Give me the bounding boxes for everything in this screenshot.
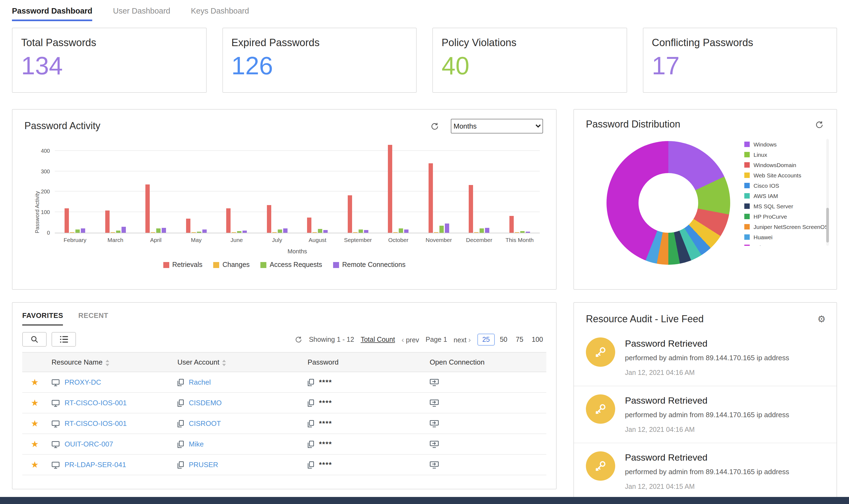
computer-icon — [52, 379, 60, 386]
audit-feed-item: Password Retrieved performed by admin fr… — [574, 386, 836, 443]
tab-keys-dashboard[interactable]: Keys Dashboard — [191, 6, 249, 21]
account-link[interactable]: Rachel — [189, 378, 211, 386]
favorite-star-icon[interactable]: ★ — [31, 460, 39, 469]
bar-remote-connections — [283, 228, 288, 233]
open-connection-icon[interactable] — [430, 462, 439, 469]
bar-access-requests — [116, 230, 121, 233]
refresh-icon[interactable] — [430, 122, 439, 130]
next-page-button[interactable]: next › — [453, 335, 471, 344]
bar-retrievals — [186, 218, 191, 233]
copy-icon[interactable] — [177, 420, 184, 428]
bar-access-requests — [237, 231, 242, 233]
account-link[interactable]: CISDEMO — [189, 398, 222, 407]
bar-changes — [192, 232, 196, 233]
bar-remote-connections — [485, 228, 490, 233]
period-select[interactable]: Months — [451, 119, 543, 133]
open-connection-icon[interactable] — [430, 441, 439, 448]
password-activity-panel: Password Activity Months Password Activi… — [12, 109, 557, 290]
bar-retrievals — [146, 184, 150, 233]
bar-remote-connections — [122, 227, 126, 233]
bar-changes — [151, 232, 156, 233]
x-tick-label: October — [378, 236, 418, 243]
open-connection-icon[interactable] — [430, 399, 439, 407]
refresh-icon[interactable] — [815, 120, 824, 129]
password-activity-title: Password Activity — [24, 121, 101, 132]
legend-swatch — [744, 183, 750, 188]
bar-changes — [394, 232, 398, 233]
favorite-star-icon[interactable]: ★ — [31, 439, 39, 449]
bar-remote-connections — [445, 223, 449, 233]
copy-icon[interactable] — [308, 379, 314, 386]
account-link[interactable]: CISROOT — [189, 419, 221, 427]
page-size-75[interactable]: 75 — [513, 334, 527, 345]
column-header-password: Password — [303, 353, 425, 372]
refresh-icon[interactable] — [295, 336, 303, 343]
tab-password-dashboard[interactable]: Password Dashboard — [12, 6, 92, 21]
open-connection-icon[interactable] — [430, 420, 439, 428]
tab-user-dashboard[interactable]: User Dashboard — [113, 6, 170, 21]
feed-description: performed by admin from 89.144.170.165 i… — [625, 354, 789, 362]
copy-icon[interactable] — [308, 399, 314, 407]
page-size-100[interactable]: 100 — [528, 334, 546, 345]
bar-group-october — [378, 145, 418, 233]
bar-remote-connections — [162, 228, 166, 233]
tab-favorites[interactable]: FAVORITES — [22, 311, 63, 325]
account-link[interactable]: PRUSER — [189, 460, 218, 468]
chevron-right-icon: › — [468, 335, 471, 344]
total-count-link[interactable]: Total Count — [361, 336, 395, 343]
copy-icon[interactable] — [308, 441, 314, 448]
bar-changes — [272, 232, 277, 233]
resource-link[interactable]: PROXY-DC — [65, 378, 101, 386]
audit-feed-item: Password Retrieved performed by admin fr… — [574, 329, 836, 386]
stat-value[interactable]: 134 — [21, 53, 197, 78]
key-icon — [594, 345, 608, 359]
copy-icon[interactable] — [177, 462, 184, 469]
favorite-star-icon[interactable]: ★ — [31, 419, 39, 428]
open-connection-icon[interactable] — [430, 379, 439, 386]
resource-row: ★ PR-LDAP-SER-041 PRUSER **** — [22, 454, 546, 475]
tab-recent[interactable]: RECENT — [78, 311, 108, 325]
bar-retrievals — [65, 208, 69, 233]
resource-row: ★ PROXY-DC Rachel **** — [22, 372, 546, 393]
legend-scrollbar[interactable] — [826, 208, 829, 242]
page: Password DashboardUser DashboardKeys Das… — [0, 0, 849, 504]
gear-icon[interactable]: ⚙ — [817, 315, 826, 324]
resource-link[interactable]: OUIT-ORC-007 — [65, 440, 113, 448]
footer-bar — [0, 497, 849, 504]
sort-icon[interactable] — [222, 359, 227, 366]
prev-page-button[interactable]: ‹ prev — [401, 335, 419, 344]
bar-remote-connections — [243, 231, 247, 233]
search-button[interactable] — [22, 332, 47, 347]
favorite-star-icon[interactable]: ★ — [31, 398, 39, 408]
legend-swatch — [260, 262, 266, 268]
copy-icon[interactable] — [177, 379, 184, 386]
column-header-resource-name[interactable]: Resource Name — [47, 353, 173, 372]
page-size-options: 25 50 75 100 — [477, 336, 546, 343]
copy-icon[interactable] — [177, 441, 184, 448]
list-view-button[interactable] — [52, 332, 76, 347]
resource-link[interactable]: PR-LDAP-SER-041 — [65, 461, 126, 469]
resource-link[interactable]: RT-CISCO-IOS-001 — [65, 419, 127, 428]
account-link[interactable]: Mike — [189, 440, 204, 448]
stat-value[interactable]: 126 — [231, 53, 408, 78]
column-header-open-connection: Open Connection — [425, 353, 546, 372]
stat-value[interactable]: 40 — [441, 53, 618, 78]
page-size-50[interactable]: 50 — [496, 334, 511, 345]
bar-changes — [474, 232, 479, 233]
bar-access-requests — [318, 229, 323, 233]
bar-retrievals — [267, 205, 271, 233]
page-size-25[interactable]: 25 — [477, 334, 495, 345]
copy-icon[interactable] — [308, 462, 314, 469]
bar-access-requests — [399, 228, 403, 233]
legend-swatch — [744, 245, 750, 246]
legend-swatch — [163, 262, 169, 268]
sort-icon[interactable] — [105, 359, 110, 366]
legend-swatch — [744, 193, 750, 198]
copy-icon[interactable] — [308, 420, 314, 428]
column-header-user-account[interactable]: User Account — [173, 353, 303, 372]
x-tick-label: September — [338, 236, 378, 243]
resource-link[interactable]: RT-CISCO-IOS-001 — [65, 399, 127, 407]
favorite-star-icon[interactable]: ★ — [31, 378, 39, 387]
stat-value[interactable]: 17 — [652, 53, 828, 78]
copy-icon[interactable] — [177, 399, 184, 407]
